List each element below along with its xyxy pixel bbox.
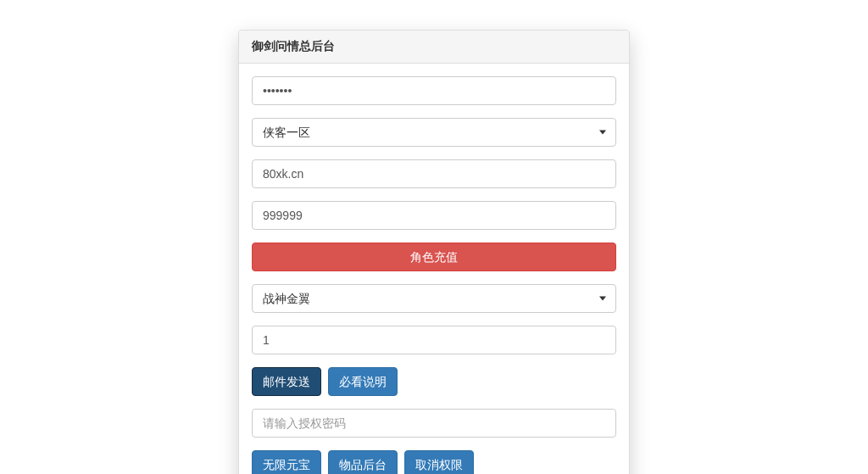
must-read-button[interactable]: 必看说明	[328, 367, 398, 396]
panel-body: 侠客一区 角色充值 战神金翼 邮件发送 必看说明 无限元宝 物品后台	[239, 64, 629, 474]
panel-title: 御剑问情总后台	[252, 39, 616, 54]
password-input[interactable]	[252, 76, 616, 105]
auth-code-input[interactable]	[252, 409, 616, 438]
unlimited-gold-button[interactable]: 无限元宝	[252, 450, 321, 474]
quantity-input[interactable]	[252, 326, 616, 354]
amount-input[interactable]	[252, 201, 616, 230]
chevron-down-icon	[599, 297, 606, 301]
admin-panel: 御剑问情总后台 侠客一区 角色充值 战神金翼 邮件发送 必看说明	[238, 30, 630, 474]
recharge-button[interactable]: 角色充值	[252, 243, 616, 271]
item-select[interactable]: 战神金翼	[252, 284, 616, 313]
revoke-permission-button[interactable]: 取消权限	[404, 450, 474, 474]
server-select[interactable]: 侠客一区	[252, 118, 616, 147]
domain-input[interactable]	[252, 159, 616, 188]
item-select-value: 战神金翼	[252, 284, 616, 313]
item-backend-button[interactable]: 物品后台	[328, 450, 398, 474]
mail-send-button[interactable]: 邮件发送	[252, 367, 321, 396]
panel-heading: 御剑问情总后台	[239, 31, 629, 64]
server-select-value: 侠客一区	[252, 118, 616, 147]
chevron-down-icon	[599, 131, 606, 135]
